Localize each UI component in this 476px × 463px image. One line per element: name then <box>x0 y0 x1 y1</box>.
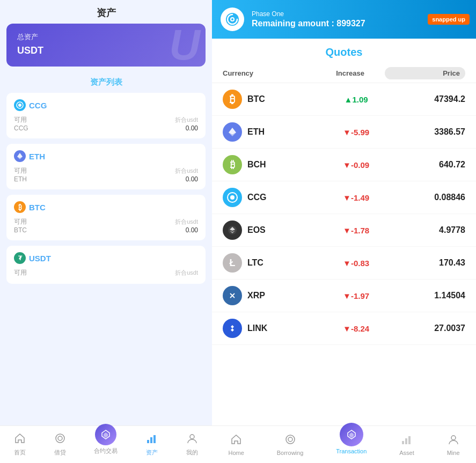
xrp-quote-name: XRP <box>247 291 265 300</box>
usdt-avail-label: 可用 <box>14 268 27 277</box>
ccg-coin-label: CCG <box>14 124 28 132</box>
ltc-increase: ▼-0.83 <box>320 259 393 268</box>
quote-row-ltc[interactable]: Ł LTC ▼-0.83 170.43 <box>212 247 476 280</box>
asset-item-eth[interactable]: ETH 可用 折合usdt ETH 0.00 <box>6 144 206 189</box>
borrow-icon-left <box>54 432 66 447</box>
nav-assets-label-left: 资产 <box>146 449 158 457</box>
nav-mine-right[interactable]: Mine <box>442 431 465 458</box>
nav-borrow-left[interactable]: 借贷 <box>49 430 71 459</box>
mine-icon-left <box>186 432 198 447</box>
asset-item-btc[interactable]: ₿ BTC 可用 折合usdt BTC 0.00 <box>6 195 206 240</box>
nav-transaction-label-right: Transaction <box>336 448 367 454</box>
home-icon-left <box>14 432 26 447</box>
nav-asset-right[interactable]: Asset <box>394 431 420 458</box>
eth-quote-name: ETH <box>247 127 265 137</box>
quote-row-ccg[interactable]: CCG ▼-1.49 0.08846 <box>212 181 476 214</box>
quote-coin-ccg: CCG <box>223 188 320 207</box>
quote-row-eth[interactable]: ETH ▼-5.99 3386.57 <box>212 116 476 149</box>
quote-coin-eos: EOS <box>223 221 320 240</box>
col-increase-header: Increase <box>316 69 385 77</box>
left-panel: 资产 总资产 USDT U 资产列表 CCG 可用 折合usdt CCG 0.0… <box>0 0 212 463</box>
quote-row-eos[interactable]: EOS ▼-1.78 4.9778 <box>212 214 476 247</box>
quotes-list: ₿ BTC ▲1.09 47394.2 ETH ▼-5.99 3386.57 ₿ <box>212 83 476 425</box>
ccg-usdt-label: 折合usdt <box>175 116 198 124</box>
ccg-price: 0.08846 <box>392 193 465 202</box>
nav-home-left[interactable]: 首页 <box>9 430 31 459</box>
nav-assets-left[interactable]: 资产 <box>141 430 163 459</box>
svg-point-5 <box>58 436 62 440</box>
big-letter: U <box>169 24 200 67</box>
col-currency-header: Currency <box>223 69 316 77</box>
asset-list-title: 资产列表 <box>0 73 212 93</box>
eth-increase: ▼-5.99 <box>320 128 393 137</box>
bch-quote-name: BCH <box>247 160 266 170</box>
link-quote-name: LINK <box>247 324 267 333</box>
btc-usdt-label: 折合usdt <box>175 218 198 226</box>
btc-increase: ▲1.09 <box>320 95 393 104</box>
quote-row-btc[interactable]: ₿ BTC ▲1.09 47394.2 <box>212 83 476 116</box>
mine-icon-right <box>448 433 459 448</box>
assets-icon-left <box>146 432 158 447</box>
nav-home-label-left: 首页 <box>14 449 26 457</box>
quote-coin-ltc: Ł LTC <box>223 253 320 273</box>
ccg-increase: ▼-1.49 <box>320 193 393 202</box>
btc-quote-icon: ₿ <box>223 90 242 109</box>
quote-row-link[interactable]: LINK ▼-8.24 27.0037 <box>212 312 476 345</box>
nav-mine-left[interactable]: 我的 <box>181 430 203 459</box>
nav-borrowing-label-right: Borrowing <box>277 450 304 456</box>
svg-rect-24 <box>408 436 411 444</box>
left-title: 资产 <box>0 0 212 24</box>
usdt-icon: ₮ <box>14 252 26 264</box>
svg-rect-6 <box>147 440 149 443</box>
quote-coin-bch: ₿ BCH <box>223 155 320 174</box>
btc-icon: ₿ <box>14 201 26 213</box>
total-assets-value: USDT <box>17 45 195 56</box>
eth-coin-label: ETH <box>14 175 27 183</box>
svg-rect-23 <box>405 438 407 444</box>
total-assets-label: 总资产 <box>17 32 195 42</box>
svg-point-16 <box>230 195 235 200</box>
svg-rect-7 <box>150 437 152 443</box>
quotes-title: Quotes <box>212 39 476 64</box>
svg-point-12 <box>231 18 233 20</box>
link-increase: ▼-8.24 <box>320 324 393 333</box>
right-panel: Phase One Remaining amount : 899327 snap… <box>212 0 476 463</box>
col-price-header: Price <box>385 67 465 79</box>
nav-borrowing-right[interactable]: Borrowing <box>272 431 309 458</box>
btc-price: 47394.2 <box>392 94 465 104</box>
asset-item-ccg[interactable]: CCG 可用 折合usdt CCG 0.00 <box>6 93 206 138</box>
link-price: 27.0037 <box>392 324 465 333</box>
header-logo <box>221 8 244 31</box>
bch-increase: ▼-0.09 <box>320 160 393 170</box>
xrp-increase: ▼-1.97 <box>320 291 393 300</box>
svg-point-25 <box>451 436 456 440</box>
nav-contract-left[interactable]: 合约交易 <box>89 432 123 457</box>
eth-coin-name: ETH <box>14 150 198 162</box>
eth-icon <box>14 150 26 162</box>
right-header: Phase One Remaining amount : 899327 snap… <box>212 0 476 39</box>
svg-point-21 <box>288 437 292 442</box>
btc-coin-name: ₿ BTC <box>14 201 198 213</box>
nav-transaction-right[interactable]: Transaction <box>331 432 372 457</box>
remaining-value: 899327 <box>336 19 365 28</box>
ccg-quote-name: CCG <box>247 193 267 202</box>
btc-amount: 0.00 <box>186 226 198 234</box>
ccg-quote-icon <box>223 188 242 207</box>
quote-coin-eth: ETH <box>223 122 320 142</box>
bch-price: 640.72 <box>392 160 465 170</box>
nav-asset-label-right: Asset <box>399 450 414 456</box>
ccg-coin-name: CCG <box>14 99 198 111</box>
asset-item-usdt[interactable]: ₮ USDT 可用 折合usdt <box>6 246 206 284</box>
remaining-label: Remaining amount : <box>252 19 334 28</box>
eos-quote-icon <box>223 221 242 240</box>
eth-price: 3386.57 <box>392 127 465 137</box>
quote-coin-xrp: XRP <box>223 286 320 305</box>
quote-coin-link: LINK <box>223 319 320 338</box>
ccg-icon <box>14 99 26 111</box>
ltc-quote-name: LTC <box>247 258 263 268</box>
svg-point-1 <box>18 104 21 107</box>
nav-contract-label-left: 合约交易 <box>94 447 118 455</box>
nav-home-right[interactable]: Home <box>223 431 249 458</box>
quote-row-xrp[interactable]: XRP ▼-1.97 1.14504 <box>212 280 476 312</box>
quote-row-bch[interactable]: ₿ BCH ▼-0.09 640.72 <box>212 149 476 181</box>
